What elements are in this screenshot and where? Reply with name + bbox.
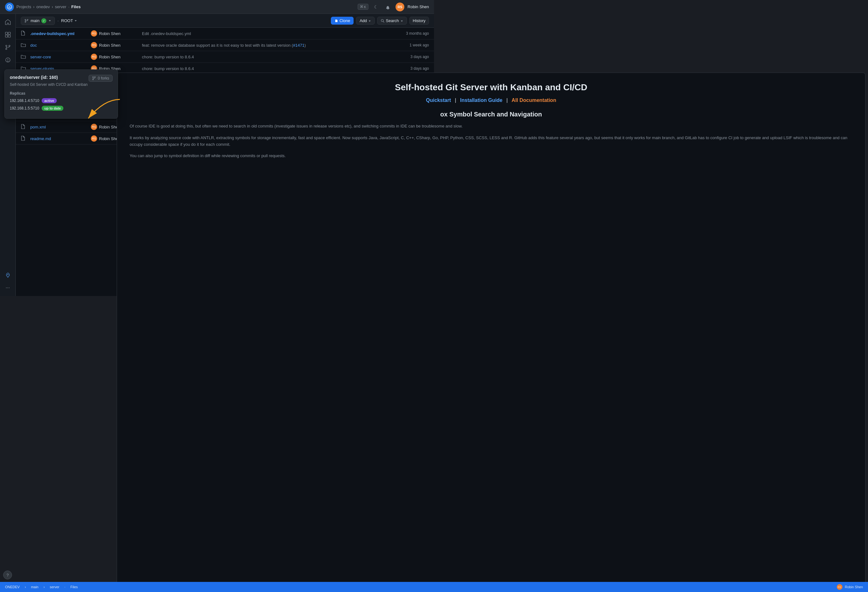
- svg-rect-3: [8, 32, 10, 34]
- replica-address: 192.168.1.5:5710: [10, 106, 39, 111]
- sidebar-icons: ···: [0, 14, 16, 296]
- commit-time: 1 week ago: [394, 43, 429, 47]
- replicas-label: Replicas: [10, 91, 112, 96]
- svg-text:O: O: [8, 6, 10, 9]
- search-label: Search: [386, 18, 399, 23]
- svg-point-8: [9, 45, 10, 46]
- svg-point-24: [93, 77, 93, 77]
- replica-status-badge: active: [41, 98, 56, 103]
- author-avatar: RS: [91, 30, 97, 37]
- breadcrumb-repo[interactable]: server: [55, 4, 66, 9]
- rocket-icon[interactable]: [2, 269, 13, 281]
- file-name[interactable]: server-core: [30, 55, 87, 59]
- secondary-header: main ✓ · ROOT Clone Add: [16, 14, 434, 28]
- svg-point-19: [25, 21, 26, 22]
- svg-point-20: [27, 19, 28, 20]
- table-row[interactable]: server-core RS Robin Shen chore: bump ve…: [16, 51, 434, 63]
- author-avatar: RS: [91, 124, 97, 130]
- add-button[interactable]: Add: [356, 17, 375, 25]
- svg-point-26: [94, 77, 95, 77]
- clone-button[interactable]: Clone: [331, 17, 354, 25]
- branch-status-check: ✓: [41, 18, 46, 23]
- commit-message: chore: bump version to 8.6.4: [142, 55, 390, 59]
- dots-icon[interactable]: ···: [2, 282, 13, 293]
- replica-address: 192.168.1.4:5710: [10, 98, 39, 103]
- author-avatar: RS: [91, 135, 97, 142]
- theme-toggle-icon[interactable]: ☾: [372, 3, 380, 11]
- popup-desc: Self-hosted Git Server with CI/CD and Ka…: [10, 82, 112, 87]
- readme-paragraph: You can also jump to symbol definition i…: [130, 153, 434, 159]
- svg-point-25: [93, 79, 93, 80]
- replica-row: 192.168.1.5:5710 up to date: [10, 106, 112, 111]
- svg-rect-5: [8, 35, 10, 37]
- replica-row: 192.168.1.4:5710 active: [10, 98, 112, 103]
- clone-label: Clone: [340, 18, 350, 23]
- header-right: ⌘K ☾ RS Robin Shen: [358, 3, 429, 11]
- folder-icon: [21, 43, 27, 48]
- svg-rect-4: [5, 35, 7, 37]
- app-logo[interactable]: O: [5, 3, 14, 11]
- notifications-icon[interactable]: [384, 3, 393, 11]
- author-name: Robin Shen: [99, 55, 121, 59]
- dashboard-icon[interactable]: [2, 29, 13, 40]
- breadcrumb-org[interactable]: onedev: [36, 4, 50, 9]
- svg-point-22: [381, 19, 384, 21]
- table-row[interactable]: .onedev-buildspec.yml RS Robin Shen Edit…: [16, 28, 434, 40]
- svg-point-17: [7, 274, 8, 275]
- home-icon[interactable]: [2, 16, 13, 28]
- user-avatar[interactable]: RS: [396, 3, 404, 11]
- user-name[interactable]: Robin Shen: [407, 4, 429, 9]
- quickstart-link[interactable]: Quickstart: [426, 98, 434, 103]
- svg-point-7: [6, 48, 7, 50]
- file-icon: [21, 31, 27, 37]
- top-header: O Projects › onedev › server · Files ⌘K …: [0, 0, 434, 14]
- file-icon: [21, 136, 27, 142]
- commit-message: Edit .onedev-buildspec.yml: [142, 31, 390, 36]
- author-name: Robin Shen: [99, 31, 121, 36]
- table-row[interactable]: doc RS Robin Shen feat: remove oracle da…: [16, 40, 434, 51]
- svg-point-18: [25, 19, 26, 20]
- breadcrumb: Projects › onedev › server · Files: [16, 4, 81, 9]
- commit-message: chore: bump version to 8.6.4: [142, 66, 390, 71]
- readme-links: Quickstart | Installation Guide | All Do…: [130, 98, 434, 103]
- forks-count: 0 forks: [98, 76, 109, 80]
- readme-panel: Self-hosted Git Server with Kanban and C…: [117, 73, 434, 296]
- issues-icon[interactable]: [2, 54, 13, 66]
- file-name[interactable]: doc: [30, 43, 87, 47]
- popup-forks[interactable]: 0 forks: [89, 75, 112, 82]
- path-separator: ·: [58, 18, 59, 23]
- commit-time: 3 days ago: [394, 55, 429, 59]
- secondary-header-actions: Clone Add Search History: [331, 17, 429, 25]
- commit-time: 3 months ago: [394, 31, 429, 36]
- readme-title: Self-hosted Git Server with Kanban and C…: [130, 82, 434, 92]
- search-button[interactable]: Search: [377, 17, 407, 25]
- commit-time: 3 days ago: [394, 66, 429, 71]
- commit-author: RS Robin Shen: [91, 42, 138, 48]
- branch-name: main: [31, 18, 40, 23]
- file-path[interactable]: ROOT: [61, 18, 78, 23]
- file-icon: [21, 124, 27, 130]
- commit-author: RS Robin Shen: [91, 30, 138, 37]
- author-name: Robin Shen: [99, 43, 121, 47]
- folder-icon: [21, 54, 27, 60]
- pulls-icon[interactable]: [2, 41, 13, 53]
- commit-author: RS Robin Shen: [91, 54, 138, 60]
- readme-sub-title: ox Symbol Search and Navigation: [130, 111, 434, 118]
- readme-paragraph: It works by analyzing source code with A…: [130, 135, 434, 148]
- author-avatar: RS: [91, 54, 97, 60]
- svg-point-6: [6, 45, 7, 46]
- history-button[interactable]: History: [409, 17, 429, 25]
- breadcrumb-page: Files: [71, 4, 81, 9]
- file-name[interactable]: pom.xml: [30, 125, 87, 129]
- file-name[interactable]: .onedev-buildspec.yml: [30, 31, 87, 36]
- file-name[interactable]: readme.md: [30, 136, 87, 141]
- svg-rect-2: [5, 32, 7, 34]
- svg-point-12: [7, 61, 8, 62]
- author-avatar: RS: [91, 42, 97, 48]
- branch-selector[interactable]: main ✓: [21, 17, 55, 25]
- server-popup: onedev/server (id: 160) 0 forks Self-hos…: [4, 70, 118, 118]
- root-label: ROOT: [61, 18, 73, 23]
- breadcrumb-projects[interactable]: Projects: [16, 4, 31, 9]
- commit-message: feat: remove oracle database support as …: [142, 43, 390, 47]
- readme-paragraph: Of course IDE is good at doing this, but…: [130, 123, 434, 130]
